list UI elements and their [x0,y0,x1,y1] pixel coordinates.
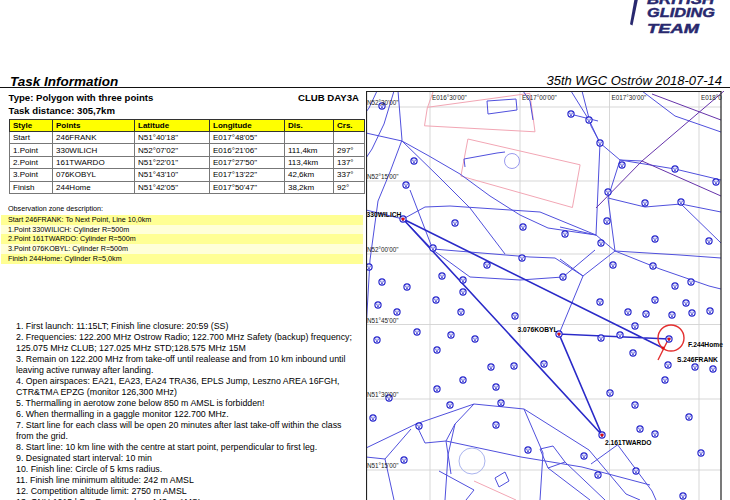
svg-text:E017°00'00": E017°00'00" [522,94,557,101]
svg-text:TEAM: TEAM [647,22,701,36]
svg-text:GLIDING: GLIDING [647,6,715,20]
svg-text:330WILICH: 330WILICH [367,211,402,218]
svg-text:N52°00'00": N52°00'00" [367,246,399,253]
svg-text:E016°30'00": E016°30'00" [432,94,467,101]
svg-text:N51°15'00": N51°15'00" [367,462,399,469]
svg-text:S.246FRANK: S.246FRANK [677,356,718,363]
svg-text:N52°30'00": N52°30'00" [367,99,399,106]
svg-text:N51°30'00": N51°30'00" [367,391,399,398]
svg-text:E017°30'00": E017°30'00" [612,94,647,101]
svg-text:2.161TWARDO: 2.161TWARDO [605,439,651,446]
svg-text:F.244Home: F.244Home [688,341,723,348]
svg-text:E018°0: E018°0 [701,94,722,101]
svg-text:N52°15'00": N52°15'00" [367,173,399,180]
svg-text:3.076KOBYL: 3.076KOBYL [518,326,558,333]
svg-text:N51°45'00": N51°45'00" [367,317,399,324]
